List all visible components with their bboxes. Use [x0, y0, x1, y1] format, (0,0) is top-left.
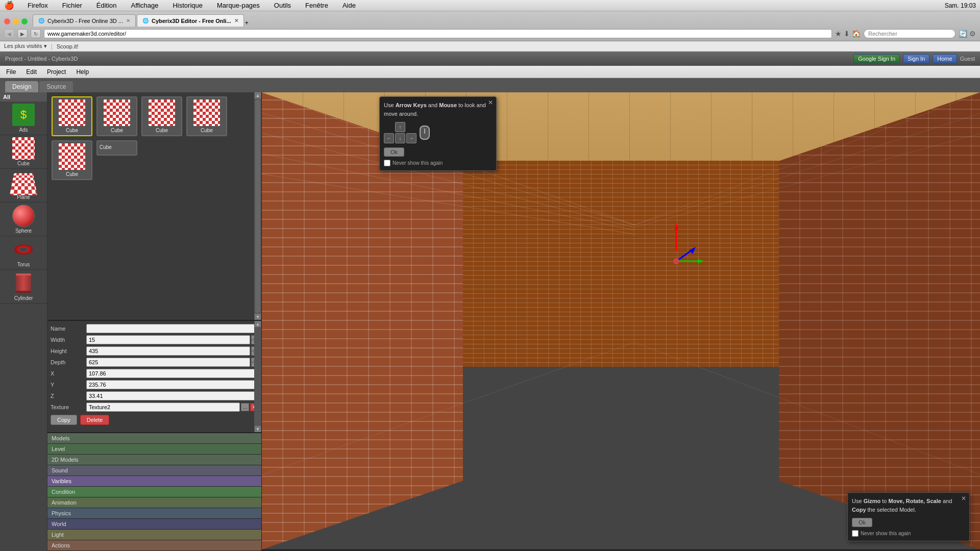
- key-up: ↑: [395, 122, 405, 132]
- object-list-area: Cube Cube Cube Cube Cube: [47, 92, 261, 320]
- mac-menu-historique[interactable]: Historique: [169, 2, 206, 9]
- minimize-window-btn[interactable]: [13, 18, 19, 24]
- favorites-dropdown[interactable]: Les plus visités ▾: [4, 43, 47, 49]
- props-scroll-up[interactable]: ▲: [255, 321, 261, 327]
- apple-menu[interactable]: 🍎: [4, 1, 14, 10]
- width-input[interactable]: [86, 335, 250, 344]
- maximize-window-btn[interactable]: [21, 18, 28, 24]
- cat-physics[interactable]: Physics: [47, 508, 261, 519]
- reload-btn[interactable]: ↻: [31, 29, 41, 38]
- cat-actions[interactable]: Actions: [47, 540, 261, 551]
- asset-cylinder[interactable]: Cylinder: [0, 270, 47, 304]
- name-input[interactable]: [86, 324, 258, 333]
- scoopit-link[interactable]: Scoop.it!: [57, 43, 79, 49]
- asset-cube[interactable]: Cube: [0, 135, 47, 169]
- tab-cyberix3d[interactable]: 🌐 Cyberix3D - Free Online 3D ... ✕: [33, 14, 136, 27]
- height-row: Height ▲ ▼: [51, 346, 258, 356]
- y-input[interactable]: [86, 380, 258, 389]
- mouse-diagram: [420, 126, 430, 140]
- object-card-label-2: Cube: [156, 128, 168, 133]
- cat-world[interactable]: World: [47, 519, 261, 530]
- x-input[interactable]: [86, 369, 258, 378]
- asset-sphere[interactable]: Sphere: [0, 203, 47, 236]
- search-input[interactable]: [864, 29, 955, 38]
- dialog1-ok-btn[interactable]: Ok: [384, 147, 404, 157]
- tab-design[interactable]: Design: [5, 81, 38, 92]
- right-wall: [779, 92, 980, 549]
- asset-plane[interactable]: Plane: [0, 169, 47, 203]
- mac-menu-affichage[interactable]: Affichage: [128, 2, 162, 9]
- mac-menu-fenetre[interactable]: Fenêtre: [302, 2, 331, 9]
- browser-extra-icons: 🔄 ⚙: [959, 30, 976, 38]
- asset-ads[interactable]: $ Ads: [0, 102, 47, 135]
- props-scroll-down[interactable]: ▼: [255, 426, 261, 432]
- google-signin-btn[interactable]: Google Sign In: [853, 54, 900, 63]
- tab-close-2[interactable]: ✕: [234, 18, 238, 23]
- cat-level[interactable]: Level: [47, 444, 261, 455]
- asset-torus[interactable]: Torus: [0, 236, 47, 270]
- menu-help[interactable]: Help: [74, 68, 91, 76]
- mac-menu-outils[interactable]: Outils: [271, 2, 294, 9]
- back-wall: [463, 161, 779, 366]
- scroll-thumb[interactable]: [255, 99, 260, 313]
- right-area: ✕ Use Arrow Keys and Mouse to look and m…: [262, 92, 980, 551]
- tab-close-1[interactable]: ✕: [126, 18, 130, 23]
- cat-sound[interactable]: Sound: [47, 465, 261, 476]
- signin-btn[interactable]: Sign In: [903, 54, 929, 63]
- object-card-0[interactable]: Cube: [52, 96, 92, 136]
- scroll-down-btn[interactable]: ▼: [255, 314, 261, 320]
- texture-browse-btn[interactable]: …: [241, 403, 249, 411]
- cat-variables[interactable]: Varibles: [47, 476, 261, 487]
- close-window-btn[interactable]: [4, 18, 10, 24]
- viewport[interactable]: ✕ Use Arrow Keys and Mouse to look and m…: [262, 92, 980, 551]
- texture-input[interactable]: [86, 403, 240, 412]
- cat-2dmodels[interactable]: 2D Models: [47, 455, 261, 465]
- height-input[interactable]: [86, 346, 250, 356]
- cat-light[interactable]: Light: [47, 530, 261, 540]
- menu-file[interactable]: File: [4, 68, 18, 76]
- dialog2-close[interactable]: ✕: [961, 495, 966, 502]
- z-label: Z: [51, 393, 86, 399]
- tab-editor[interactable]: 🌐 Cyberix3D Editor - Free Onli... ✕: [137, 14, 244, 27]
- settings-icon[interactable]: ⚙: [969, 30, 976, 38]
- mac-menu-marquepages[interactable]: Marque-pages: [214, 2, 263, 9]
- delete-btn[interactable]: Delete: [80, 415, 110, 425]
- asset-torus-label: Torus: [17, 262, 30, 267]
- mac-menu-edition[interactable]: Édition: [93, 2, 120, 9]
- dialog2-checkbox-label: Never show this again: [861, 531, 911, 536]
- home-btn[interactable]: Home: [933, 54, 957, 63]
- main-layout: All $ Ads Cube Plane Sphere: [0, 92, 980, 551]
- tab-source[interactable]: Source: [39, 81, 73, 92]
- favorites-bar: Les plus visités ▾ | Scoop.it!: [0, 41, 980, 52]
- forward-btn[interactable]: ▶: [17, 29, 28, 38]
- dialog1-close[interactable]: ✕: [488, 99, 493, 106]
- new-tab-btn[interactable]: +: [245, 19, 249, 27]
- home-nav-icon[interactable]: 🏠: [852, 30, 861, 38]
- mac-menu-fichier[interactable]: Fichier: [59, 2, 85, 9]
- depth-input[interactable]: [86, 358, 250, 367]
- cat-condition[interactable]: Condition: [47, 487, 261, 497]
- object-card-4[interactable]: Cube: [52, 140, 92, 180]
- object-card-3[interactable]: Cube: [186, 96, 227, 136]
- url-bar[interactable]: [44, 29, 832, 38]
- copy-btn[interactable]: Copy: [51, 415, 77, 425]
- object-card-2[interactable]: Cube: [141, 96, 182, 136]
- bookmark-icon[interactable]: ★: [835, 30, 842, 38]
- object-card-partial[interactable]: Cube: [96, 140, 137, 156]
- menu-edit[interactable]: Edit: [24, 68, 39, 76]
- menu-project[interactable]: Project: [45, 68, 68, 76]
- download-icon[interactable]: ⬇: [844, 30, 850, 38]
- scroll-up-btn[interactable]: ▲: [255, 92, 261, 98]
- sync-icon[interactable]: 🔄: [959, 30, 967, 38]
- cat-models[interactable]: Models: [47, 433, 261, 444]
- dialog1-checkbox[interactable]: [384, 160, 390, 166]
- mac-menu-firefox[interactable]: Firefox: [24, 2, 51, 9]
- dialog2-ok-btn[interactable]: Ok: [852, 518, 872, 527]
- z-input[interactable]: [86, 391, 258, 400]
- y-row: Y: [51, 380, 258, 389]
- back-btn[interactable]: ◀: [4, 29, 14, 38]
- dialog2-checkbox[interactable]: [852, 530, 859, 537]
- mac-menu-aide[interactable]: Aide: [339, 2, 359, 9]
- object-card-1[interactable]: Cube: [96, 96, 137, 136]
- cat-animation[interactable]: Animation: [47, 497, 261, 508]
